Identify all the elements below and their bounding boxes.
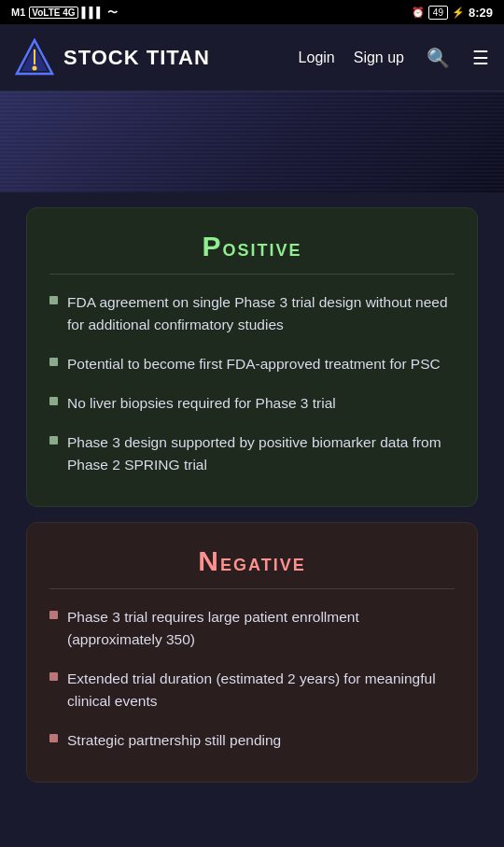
battery-level: 49: [428, 6, 448, 20]
positive-item-4-text: Phase 3 design supported by positive bio…: [67, 431, 455, 476]
menu-icon[interactable]: ☰: [472, 47, 489, 69]
positive-item-3: No liver biopsies required for Phase 3 t…: [49, 392, 455, 415]
bullet-icon: [49, 397, 58, 405]
positive-item-2: Potential to become first FDA-approved t…: [49, 353, 455, 375]
bullet-icon: [49, 436, 58, 445]
time-display: 8:29: [469, 6, 493, 20]
logo-text: STOCK TITAN: [63, 46, 210, 70]
positive-item-2-text: Potential to become first FDA-approved t…: [67, 353, 441, 375]
positive-item-4: Phase 3 design supported by positive bio…: [49, 431, 455, 476]
nav-links: Login Sign up 🔍 ☰: [299, 47, 489, 69]
status-right: ⏰ 49 ⚡ 8:29: [412, 6, 493, 20]
wifi-icon: 〜: [107, 6, 118, 20]
bullet-icon: [49, 611, 58, 619]
negative-item-3-text: Strategic partnership still pending: [67, 729, 281, 752]
negative-item-2-text: Extended trial duration (estimated 2 yea…: [67, 668, 455, 713]
negative-list: Phase 3 trial requires large patient enr…: [49, 606, 455, 752]
bullet-icon: [49, 734, 58, 742]
signal-icon: ▌▌▌: [82, 7, 104, 18]
search-icon[interactable]: 🔍: [427, 47, 450, 69]
logo-area: STOCK TITAN: [15, 38, 299, 78]
main-content: Positive FDA agreement on single Phase 3…: [0, 207, 504, 816]
carrier-label: M1: [11, 7, 25, 18]
negative-section: Negative Phase 3 trial requires large pa…: [26, 522, 478, 783]
status-left: M1 VoLTE 4G ▌▌▌ 〜: [11, 6, 118, 20]
alarm-icon: ⏰: [412, 7, 425, 19]
bullet-icon: [49, 296, 58, 304]
logo-icon: [15, 38, 54, 78]
bullet-icon: [49, 358, 58, 366]
negative-item-3: Strategic partnership still pending: [49, 729, 455, 752]
positive-section: Positive FDA agreement on single Phase 3…: [26, 207, 478, 507]
positive-title: Positive: [49, 231, 455, 275]
positive-item-1-text: FDA agreement on single Phase 3 trial de…: [67, 291, 455, 336]
navbar: STOCK TITAN Login Sign up 🔍 ☰: [0, 24, 504, 92]
login-button[interactable]: Login: [299, 49, 335, 66]
negative-item-2: Extended trial duration (estimated 2 yea…: [49, 668, 455, 713]
bolt-icon: ⚡: [452, 7, 465, 19]
negative-item-1-text: Phase 3 trial requires large patient enr…: [67, 606, 455, 651]
negative-title: Negative: [49, 545, 455, 589]
signup-button[interactable]: Sign up: [354, 49, 404, 66]
positive-item-1: FDA agreement on single Phase 3 trial de…: [49, 291, 455, 336]
network-type: VoLTE 4G: [29, 7, 77, 19]
status-bar: M1 VoLTE 4G ▌▌▌ 〜 ⏰ 49 ⚡ 8:29: [0, 0, 504, 24]
positive-list: FDA agreement on single Phase 3 trial de…: [49, 291, 455, 476]
article-banner: [0, 92, 504, 192]
bullet-icon: [49, 672, 58, 681]
positive-item-3-text: No liver biopsies required for Phase 3 t…: [67, 392, 336, 415]
negative-item-1: Phase 3 trial requires large patient enr…: [49, 606, 455, 651]
svg-point-3: [33, 65, 37, 70]
